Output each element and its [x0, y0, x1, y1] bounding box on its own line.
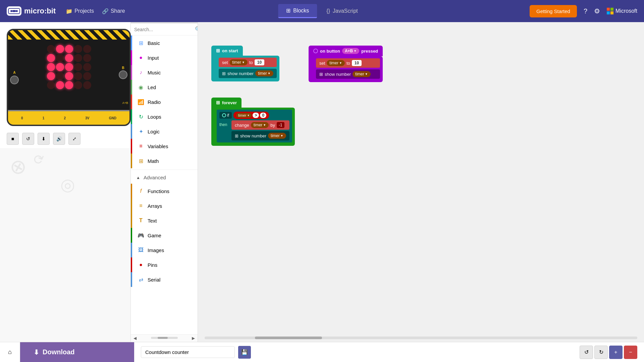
on-start-grid-icon: ⊞	[216, 48, 220, 53]
images-label: Images	[148, 247, 164, 253]
toolbox-advanced-header[interactable]: ▲ Advanced	[131, 171, 198, 184]
show-number-block-3[interactable]: ⊞ show number timer ▼	[231, 131, 289, 140]
toolbox-scroll-top	[131, 22, 198, 23]
pin-2: 2	[64, 116, 66, 120]
share-icon: 🔗	[102, 8, 109, 14]
forever-grid-icon: ⊞	[216, 100, 220, 105]
javascript-tab[interactable]: {} JavaScript	[318, 5, 366, 17]
set-timer-block-2[interactable]: set timer ▼ to 10	[316, 58, 380, 68]
canvas-scrollbar-thumb[interactable]	[255, 337, 322, 339]
led-3-3	[74, 72, 82, 80]
toolbox-scrollbar	[151, 337, 178, 339]
led-1-2	[65, 54, 73, 62]
toolbox-item-input[interactable]: ● Input	[131, 50, 198, 65]
bottom-bar: ⌂ ⬇ Download 💾 ↺ ↻ + −	[0, 342, 644, 362]
game-label: Game	[148, 233, 161, 238]
zoom-in-button[interactable]: +	[609, 346, 623, 359]
stop-button[interactable]: ■	[7, 133, 19, 145]
microsoft-label: Microsoft	[615, 8, 637, 14]
led-4-3	[74, 81, 82, 89]
value-10-pill-2: 10	[352, 60, 362, 66]
toolbox-item-serial[interactable]: ⇄ Serial	[131, 272, 198, 287]
then-section: then change timer ▼ by -1	[219, 120, 289, 140]
show-number-block-1[interactable]: ⊞ show number timer ▼	[219, 69, 277, 78]
fullscreen-button[interactable]: ⤢	[68, 133, 80, 145]
undo-button[interactable]: ↺	[580, 346, 593, 359]
microbit-display: A B A+B 0 1 2 3V GND	[7, 29, 131, 126]
toolbox-item-functions[interactable]: f Functions	[131, 184, 198, 198]
download-sim-button[interactable]: ⬇	[38, 133, 50, 145]
toolbox-item-music[interactable]: ♪ Music	[131, 65, 198, 80]
logic-label: Logic	[148, 129, 160, 134]
getting-started-button[interactable]: Getting Started	[530, 5, 577, 17]
zoom-out-button[interactable]: −	[624, 346, 637, 359]
svg-rect-4	[12, 10, 16, 12]
deco-1: ⊕	[5, 152, 32, 181]
toolbox-item-led[interactable]: ◉ Led	[131, 80, 198, 95]
toolbox-item-loops[interactable]: ↻ Loops	[131, 109, 198, 124]
toolbox-item-text[interactable]: T Text	[131, 213, 198, 228]
toolbox-item-game[interactable]: 🎮 Game	[131, 228, 198, 243]
blocks-tab[interactable]: ⊞ Blocks	[278, 4, 317, 18]
toolbox-item-logic[interactable]: ✦ Logic	[131, 124, 198, 139]
button-ab-label: A+B	[122, 101, 128, 105]
led-0-0	[47, 45, 55, 53]
toolbox-item-pins[interactable]: ● Pins	[131, 257, 198, 272]
show-number-block-2[interactable]: ⊞ show number timer ▼	[316, 69, 380, 79]
microbit-top-stripe	[8, 30, 129, 40]
help-icon[interactable]: ?	[584, 7, 587, 15]
toolbox-scroll-right[interactable]: ▶	[192, 336, 195, 341]
svg-point-2	[10, 10, 12, 12]
projects-nav[interactable]: 📁 Projects	[66, 8, 94, 14]
radio-label: Radio	[148, 99, 161, 105]
toolbox-scroll-controls: ◀ ▶	[131, 334, 198, 342]
search-input[interactable]	[134, 27, 193, 32]
toolbox-item-basic[interactable]: ⊞ Basic	[131, 36, 198, 50]
serial-label: Serial	[148, 277, 160, 283]
settings-icon[interactable]: ⚙	[594, 7, 600, 15]
forever-body: if timer ▼ > 0	[211, 108, 295, 146]
set-timer-block[interactable]: set timer ▼ to 10	[219, 58, 277, 67]
button-b[interactable]	[119, 70, 127, 79]
project-name-input[interactable]	[141, 346, 235, 358]
input-label: Input	[148, 55, 159, 61]
on-button-label: on button	[320, 49, 340, 54]
led-grid	[47, 45, 91, 88]
deco-3: ⟳	[31, 150, 47, 169]
toolbox-item-variables[interactable]: ≡ Variables	[131, 139, 198, 154]
toolbox-scroll-left[interactable]: ◀	[133, 336, 137, 341]
header: micro:bit 📁 Projects 🔗 Share ⊞ Blocks {}…	[0, 0, 644, 22]
on-start-group: ⊞ on start set timer ▼ to 10 ⊞	[211, 46, 279, 81]
redo-button[interactable]: ↻	[594, 346, 608, 359]
save-button[interactable]: 💾	[238, 346, 251, 359]
canvas-area[interactable]: ⊞ on start set timer ▼ to 10 ⊞	[198, 22, 644, 342]
project-name-bar: 💾	[134, 346, 580, 359]
pin-0: 0	[21, 116, 23, 120]
if-condition-block: timer ▼ > 0	[233, 112, 269, 119]
arrays-label: Arrays	[148, 203, 162, 209]
toolbox-item-images[interactable]: 🖼 Images	[131, 243, 198, 257]
then-body: change timer ▼ by -1 ⊞	[231, 120, 289, 140]
button-a[interactable]	[10, 76, 19, 84]
share-nav[interactable]: 🔗 Share	[102, 8, 125, 14]
math-label: Math	[148, 158, 159, 164]
logo[interactable]: micro:bit	[7, 6, 56, 16]
toolbox-item-arrays[interactable]: ≡ Arrays	[131, 198, 198, 213]
loops-label: Loops	[148, 114, 161, 120]
home-button[interactable]: ⌂	[0, 342, 20, 362]
simulator-panel: A B A+B 0 1 2 3V GND	[0, 22, 131, 342]
led-4-0	[47, 81, 55, 89]
volume-button[interactable]: 🔊	[53, 133, 65, 145]
functions-label: Functions	[148, 188, 169, 194]
download-button[interactable]: ⬇ Download	[20, 342, 134, 362]
value-0-pill: 0	[260, 113, 266, 118]
toolbox-item-radio[interactable]: 📶 Radio	[131, 95, 198, 109]
text-label: Text	[148, 218, 157, 224]
change-timer-block[interactable]: change timer ▼ by -1	[231, 120, 289, 130]
text-icon: T	[138, 217, 144, 224]
canvas-scrollbar[interactable]	[205, 337, 637, 339]
toolbox-item-math[interactable]: ⊞ Math	[131, 154, 198, 168]
toolbox-list[interactable]: ⊞ Basic ● Input ♪ Music ◉ Led 📶 Radio	[131, 36, 198, 334]
restart-button[interactable]: ↺	[22, 133, 34, 145]
undo-icon: ↺	[584, 349, 589, 355]
